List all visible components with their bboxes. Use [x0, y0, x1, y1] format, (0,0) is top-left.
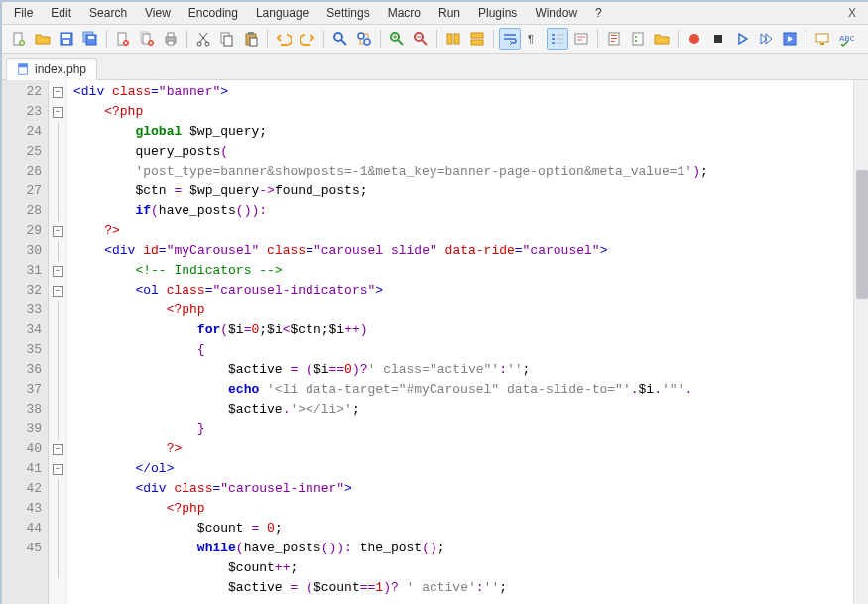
tab-index-php[interactable]: index.php — [6, 58, 97, 80]
svg-rect-31 — [471, 40, 483, 45]
menu-search[interactable]: Search — [81, 4, 135, 22]
svg-rect-37 — [611, 41, 615, 42]
svg-rect-15 — [168, 41, 174, 45]
menu-encoding[interactable]: Encoding — [181, 4, 246, 22]
new-file-icon[interactable] — [8, 28, 30, 50]
find-icon[interactable] — [329, 28, 351, 50]
print-icon[interactable] — [160, 28, 182, 50]
monitor-icon[interactable] — [811, 28, 833, 50]
svg-rect-28 — [447, 34, 452, 44]
svg-point-39 — [635, 36, 637, 38]
sync-scroll-icon[interactable] — [442, 28, 464, 50]
svg-rect-29 — [454, 34, 459, 44]
menu-file[interactable]: File — [6, 4, 41, 22]
menu-macro[interactable]: Macro — [380, 4, 429, 22]
menu-run[interactable]: Run — [431, 4, 468, 22]
svg-rect-42 — [714, 35, 722, 43]
replace-icon[interactable] — [353, 28, 375, 50]
tab-bar: index.php — [2, 54, 868, 80]
vertical-scrollbar[interactable] — [853, 80, 868, 604]
tab-label: index.php — [35, 62, 86, 76]
svg-rect-22 — [250, 38, 257, 46]
macro-play-multi-icon[interactable] — [755, 28, 777, 50]
window-close-button[interactable]: X — [838, 4, 866, 22]
svg-rect-38 — [633, 33, 643, 45]
svg-text:¶: ¶ — [528, 33, 534, 45]
fold-gutter[interactable]: −−−−−−− — [49, 80, 67, 604]
file-icon — [17, 62, 31, 76]
svg-rect-36 — [611, 38, 617, 39]
indent-guide-icon[interactable] — [547, 28, 568, 50]
svg-rect-21 — [248, 32, 254, 35]
menu-bar: File Edit Search View Encoding Language … — [2, 2, 868, 25]
scrollbar-thumb[interactable] — [856, 170, 868, 299]
line-number-gutter: 2223242526272829303132333435363738394041… — [2, 80, 49, 604]
cut-icon[interactable] — [192, 28, 214, 50]
svg-rect-19 — [224, 36, 232, 46]
close-file-icon[interactable] — [112, 28, 134, 50]
svg-rect-14 — [168, 33, 174, 37]
svg-point-25 — [364, 39, 370, 45]
macro-play-icon[interactable] — [731, 28, 753, 50]
close-all-icon[interactable] — [136, 28, 158, 50]
menu-plugins[interactable]: Plugins — [470, 4, 525, 22]
func-list-icon[interactable] — [627, 28, 649, 50]
svg-rect-48 — [19, 64, 28, 68]
svg-rect-3 — [62, 34, 70, 38]
menu-settings[interactable]: Settings — [318, 4, 377, 22]
svg-point-41 — [689, 34, 699, 44]
svg-rect-30 — [471, 33, 483, 38]
zoom-out-icon[interactable] — [410, 28, 432, 50]
save-all-icon[interactable] — [79, 28, 101, 50]
menu-view[interactable]: View — [137, 4, 179, 22]
toolbar: ¶ ABC — [2, 25, 868, 54]
redo-icon[interactable] — [297, 28, 318, 50]
menu-window[interactable]: Window — [527, 4, 585, 22]
spellcheck-icon[interactable]: ABC — [835, 28, 857, 50]
save-icon[interactable] — [56, 28, 77, 50]
svg-rect-44 — [816, 34, 828, 42]
word-wrap-icon[interactable] — [499, 28, 521, 50]
svg-rect-35 — [611, 35, 617, 36]
macro-save-icon[interactable] — [779, 28, 801, 50]
svg-rect-7 — [88, 36, 94, 39]
open-file-icon[interactable] — [32, 28, 54, 50]
svg-rect-4 — [63, 40, 69, 44]
code-area[interactable]: <div class="banner"> <?php global $wp_qu… — [67, 80, 868, 604]
paste-icon[interactable] — [240, 28, 262, 50]
sync-scroll-h-icon[interactable] — [466, 28, 488, 50]
macro-stop-icon[interactable] — [707, 28, 729, 50]
svg-point-40 — [635, 40, 637, 42]
menu-edit[interactable]: Edit — [43, 4, 79, 22]
menu-help[interactable]: ? — [587, 4, 610, 22]
svg-rect-33 — [575, 34, 587, 44]
folder-tree-icon[interactable] — [651, 28, 673, 50]
macro-record-icon[interactable] — [683, 28, 705, 50]
svg-point-24 — [358, 33, 364, 39]
copy-icon[interactable] — [216, 28, 238, 50]
svg-rect-45 — [820, 43, 824, 45]
editor: 2223242526272829303132333435363738394041… — [2, 80, 868, 604]
zoom-in-icon[interactable] — [386, 28, 408, 50]
svg-point-23 — [334, 33, 342, 41]
show-all-chars-icon[interactable]: ¶ — [523, 28, 545, 50]
doc-map-icon[interactable] — [603, 28, 625, 50]
user-lang-icon[interactable] — [570, 28, 592, 50]
menu-language[interactable]: Language — [248, 4, 316, 22]
undo-icon[interactable] — [273, 28, 295, 50]
